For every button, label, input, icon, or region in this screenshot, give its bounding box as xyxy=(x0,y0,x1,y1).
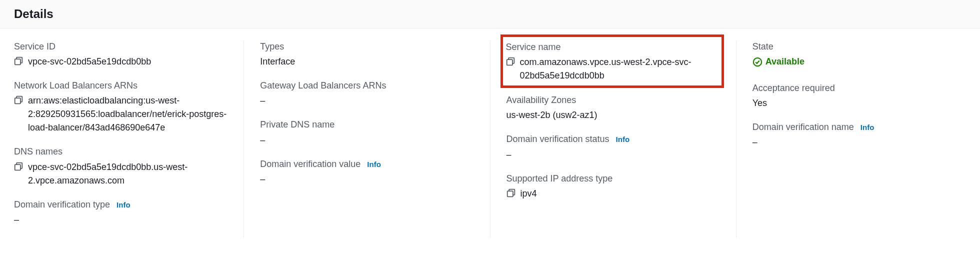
value-glb-arns: – xyxy=(260,94,474,108)
label-private-dns: Private DNS name xyxy=(260,118,474,131)
value-acceptance-required: Yes xyxy=(752,96,966,110)
details-col-2: Types Interface Gateway Load Balancers A… xyxy=(244,40,490,238)
value-nlb-arns: arn:aws:elasticloadbalancing:us-west-2:8… xyxy=(14,94,228,134)
label-domain-verification-value: Domain verification value Info xyxy=(260,158,474,170)
svg-rect-0 xyxy=(15,59,20,64)
copy-icon[interactable] xyxy=(506,188,516,198)
svg-rect-3 xyxy=(506,60,512,65)
value-availability-zones: us-west-2b (usw2-az1) xyxy=(506,108,720,122)
details-col-3: Service name com.amazonaws.vpce.us-west-… xyxy=(490,40,736,238)
text-dns-names: vpce-svc-02bd5a5e19dcdb0bb.us-west-2.vpc… xyxy=(28,160,228,188)
label-state: State xyxy=(752,40,966,53)
svg-rect-4 xyxy=(507,191,512,196)
info-link[interactable]: Info xyxy=(860,123,874,132)
value-service-id: vpce-svc-02bd5a5e19dcdb0bb xyxy=(14,55,228,68)
copy-icon[interactable] xyxy=(14,162,23,171)
text-service-name: com.amazonaws.vpce.us-west-2.vpce-svc-02… xyxy=(520,56,718,82)
value-domain-verification-type: – xyxy=(14,213,228,226)
copy-icon[interactable] xyxy=(506,57,515,66)
value-domain-verification-name: – xyxy=(752,136,966,149)
label-types: Types xyxy=(260,40,474,53)
info-link[interactable]: Info xyxy=(367,160,381,168)
label-domain-verification-type: Domain verification type Info xyxy=(14,198,228,211)
info-link[interactable]: Info xyxy=(616,135,630,144)
value-types: Interface xyxy=(260,55,474,68)
state-available: Available xyxy=(752,55,804,68)
value-private-dns: – xyxy=(260,134,474,147)
details-panel-body: Service ID vpce-svc-02bd5a5e19dcdb0bb Ne… xyxy=(0,28,980,248)
field-availability-zones: Availability Zones us-west-2b (usw2-az1) xyxy=(506,94,720,122)
field-state: State Available xyxy=(752,40,966,71)
highlight-service-name: Service name com.amazonaws.vpce.us-west-… xyxy=(500,34,724,88)
field-nlb-arns: Network Load Balancers ARNs arn:aws:elas… xyxy=(14,80,228,134)
field-types: Types Interface xyxy=(260,40,474,68)
label-acceptance-required: Acceptance required xyxy=(752,82,966,94)
field-domain-verification-type: Domain verification type Info – xyxy=(14,198,228,226)
field-service-id: Service ID vpce-svc-02bd5a5e19dcdb0bb xyxy=(14,40,228,68)
info-link[interactable]: Info xyxy=(116,200,130,209)
value-domain-verification-status: – xyxy=(506,148,720,162)
field-supported-ip-type: Supported IP address type ipv4 xyxy=(506,172,720,200)
label-supported-ip-type: Supported IP address type xyxy=(506,172,720,185)
details-col-4: State Available Acceptance required Yes … xyxy=(736,40,966,238)
field-domain-verification-status: Domain verification status Info – xyxy=(506,133,720,161)
value-dns-names: vpce-svc-02bd5a5e19dcdb0bb.us-west-2.vpc… xyxy=(14,160,228,188)
svg-rect-2 xyxy=(15,164,20,170)
field-domain-verification-value: Domain verification value Info – xyxy=(260,158,474,186)
field-private-dns: Private DNS name – xyxy=(260,118,474,146)
copy-icon[interactable] xyxy=(14,96,23,104)
value-domain-verification-value: – xyxy=(260,172,474,186)
field-glb-arns: Gateway Load Balancers ARNs – xyxy=(260,80,474,108)
svg-rect-1 xyxy=(15,98,20,104)
copy-icon[interactable] xyxy=(14,56,23,66)
label-glb-arns: Gateway Load Balancers ARNs xyxy=(260,80,474,92)
label-domain-verification-status: Domain verification status Info xyxy=(506,133,720,146)
text-nlb-arns: arn:aws:elasticloadbalancing:us-west-2:8… xyxy=(28,94,228,134)
text-supported-ip-type: ipv4 xyxy=(520,187,537,200)
value-state: Available xyxy=(752,55,966,71)
label-dns-names: DNS names xyxy=(14,146,228,158)
check-circle-icon xyxy=(752,57,762,67)
label-service-id: Service ID xyxy=(14,40,228,53)
label-nlb-arns: Network Load Balancers ARNs xyxy=(14,80,228,92)
details-col-1: Service ID vpce-svc-02bd5a5e19dcdb0bb Ne… xyxy=(14,40,244,238)
text-service-id: vpce-svc-02bd5a5e19dcdb0bb xyxy=(28,55,151,68)
field-acceptance-required: Acceptance required Yes xyxy=(752,82,966,110)
field-domain-verification-name: Domain verification name Info – xyxy=(752,121,966,149)
details-title: Details xyxy=(14,7,966,21)
details-panel-header: Details xyxy=(0,0,980,28)
value-service-name: com.amazonaws.vpce.us-west-2.vpce-svc-02… xyxy=(506,56,718,82)
label-domain-verification-name: Domain verification name Info xyxy=(752,121,966,134)
field-service-name: Service name com.amazonaws.vpce.us-west-… xyxy=(506,41,718,82)
label-availability-zones: Availability Zones xyxy=(506,94,720,106)
field-dns-names: DNS names vpce-svc-02bd5a5e19dcdb0bb.us-… xyxy=(14,146,228,187)
value-supported-ip-type: ipv4 xyxy=(506,187,720,200)
label-service-name: Service name xyxy=(506,41,718,54)
